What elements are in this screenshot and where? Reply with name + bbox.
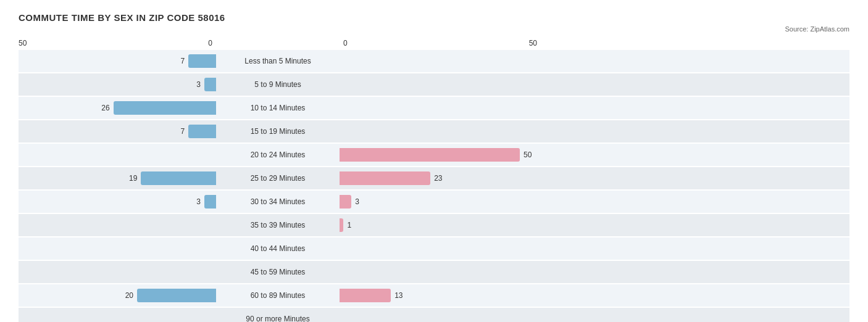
row-label: 35 to 39 Minutes xyxy=(216,221,340,229)
axis-left-max: 50 xyxy=(19,39,27,47)
chart-row: 35 to 39 Minutes 1 xyxy=(19,214,849,236)
axis-right-zero: 0 xyxy=(343,39,348,47)
chart-row: 3 30 to 34 Minutes 3 xyxy=(19,191,849,213)
male-bar xyxy=(137,289,216,302)
row-label: 40 to 44 Minutes xyxy=(216,244,340,253)
row-label: 60 to 89 Minutes xyxy=(216,291,340,300)
female-bar xyxy=(340,195,351,208)
male-value: 20 xyxy=(120,291,133,300)
chart-row: 19 25 to 29 Minutes 23 xyxy=(19,167,849,189)
row-label: 10 to 14 Minutes xyxy=(216,104,340,112)
row-label: 20 to 24 Minutes xyxy=(216,151,340,159)
male-bar xyxy=(188,54,216,68)
female-value: 23 xyxy=(434,174,448,183)
male-bar xyxy=(114,101,216,115)
chart-title: COMMUTE TIME BY SEX IN ZIP CODE 58016 xyxy=(19,12,849,23)
chart-row: 20 to 24 Minutes 50 xyxy=(19,144,849,166)
male-bar xyxy=(141,171,216,185)
female-bar xyxy=(340,171,430,185)
male-bar xyxy=(204,195,216,208)
male-bar xyxy=(204,78,216,91)
male-value: 7 xyxy=(171,57,185,65)
male-bar xyxy=(188,125,216,138)
chart-row: 90 or more Minutes xyxy=(19,308,849,322)
female-value: 13 xyxy=(394,291,408,300)
female-bar xyxy=(340,289,391,302)
male-value: 19 xyxy=(123,174,137,183)
female-value: 50 xyxy=(524,151,537,159)
row-label: 45 to 59 Minutes xyxy=(216,268,340,276)
row-label: 30 to 34 Minutes xyxy=(216,197,340,206)
chart-row: 7 15 to 19 Minutes xyxy=(19,120,849,142)
chart-row: 26 10 to 14 Minutes xyxy=(19,97,849,119)
male-value: 26 xyxy=(96,104,110,112)
chart-row: 45 to 59 Minutes xyxy=(19,261,849,283)
chart-row: 3 5 to 9 Minutes xyxy=(19,73,849,96)
chart-row: 7 Less than 5 Minutes xyxy=(19,50,849,72)
male-value: 3 xyxy=(187,80,201,89)
chart-row: 20 60 to 89 Minutes 13 xyxy=(19,284,849,307)
female-bar xyxy=(340,148,520,162)
row-label: Less than 5 Minutes xyxy=(216,57,340,65)
row-label: 25 to 29 Minutes xyxy=(216,174,340,183)
chart-row: 40 to 44 Minutes xyxy=(19,237,849,260)
axis-right-max: 50 xyxy=(529,39,537,47)
male-value: 3 xyxy=(187,197,201,206)
row-label: 15 to 19 Minutes xyxy=(216,127,340,136)
source-label: Source: ZipAtlas.com xyxy=(19,25,849,33)
female-value: 1 xyxy=(347,221,361,229)
female-value: 3 xyxy=(355,197,369,206)
row-label: 5 to 9 Minutes xyxy=(216,80,340,89)
row-label: 90 or more Minutes xyxy=(216,315,340,322)
chart-container: 50 0 0 50 7 Less than 5 Minutes 3 5 to 9… xyxy=(19,39,849,322)
chart-rows: 7 Less than 5 Minutes 3 5 to 9 Minutes 2… xyxy=(19,50,849,322)
female-bar xyxy=(340,218,343,232)
male-value: 7 xyxy=(171,127,185,136)
axis-left-zero: 0 xyxy=(208,39,212,47)
